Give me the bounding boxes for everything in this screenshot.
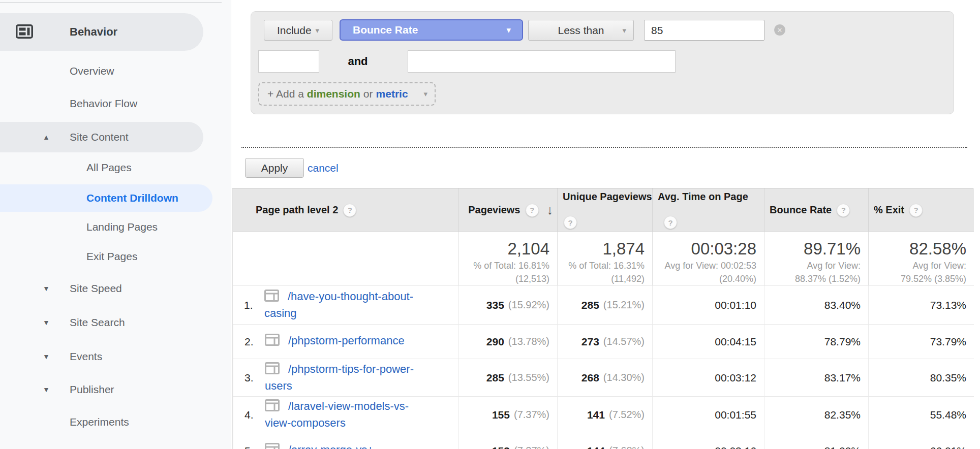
row-number: 3. — [244, 372, 265, 384]
sidebar-item-site-speed[interactable]: ▼ Site Speed — [0, 276, 231, 301]
cell-percent-exit: 80.35% — [868, 359, 974, 396]
sidebar-item-all-pages[interactable]: All Pages — [0, 155, 231, 180]
filter-empty-slot-right[interactable] — [408, 50, 676, 73]
sidebar-item-landing-pages[interactable]: Landing Pages — [0, 215, 231, 239]
cancel-link[interactable]: cancel — [308, 158, 339, 178]
add-prefix-label: + Add a — [267, 88, 304, 100]
clear-filter-icon[interactable]: ✕ — [774, 24, 785, 36]
pageviews-value: 285 — [486, 372, 504, 384]
report-sidebar: Behavior Overview Behavior Flow ▲ Site C… — [0, 0, 231, 449]
summary-cell-empty — [233, 232, 458, 285]
page-path-link[interactable]: /laravel-view-models-vs-view-composers — [265, 400, 409, 429]
clear-x-glyph: ✕ — [777, 26, 783, 34]
cell-bounce-rate: 83.40% — [764, 285, 868, 324]
row-number: 2. — [244, 336, 265, 348]
dotted-separator — [241, 147, 967, 148]
cell-bounce-rate: 82.35% — [764, 396, 868, 433]
summary-subline: % of Total: 16.31% — [558, 259, 645, 272]
pageviews-value: 335 — [486, 299, 504, 311]
sort-descending-icon[interactable]: ↓ — [547, 203, 554, 217]
column-header-label: Pageviews — [468, 204, 520, 216]
sidebar-item-label: Site Content — [70, 131, 129, 143]
filter-metric-dropdown[interactable]: Bounce Rate ▾ — [340, 19, 523, 41]
summary-value: 82.58% — [869, 239, 966, 259]
sidebar-item-content-drilldown[interactable]: Content Drilldown — [0, 184, 212, 212]
sidebar-item-site-content[interactable]: ▲ Site Content — [0, 122, 203, 152]
add-dimension-or-metric-button[interactable]: + Add a dimension or metric ▾ — [258, 82, 436, 106]
sidebar-item-site-search[interactable]: ▼ Site Search — [0, 310, 231, 335]
pageviews-value: 155 — [492, 409, 510, 421]
add-dimension-word: dimension — [307, 88, 360, 100]
sidebar-item-label: Experiments — [70, 416, 129, 428]
add-metric-word: metric — [376, 88, 408, 100]
sidebar-item-behavior-flow[interactable]: Behavior Flow — [0, 91, 231, 116]
expand-triangle-icon[interactable]: ▼ — [43, 352, 50, 361]
column-header-percent-exit[interactable]: % Exit ? — [868, 188, 974, 232]
page-path-link[interactable]: /array-merge-vs+ — [288, 443, 374, 449]
cell-unique-pageviews: 273(14.57%) — [557, 324, 652, 359]
sidebar-item-experiments[interactable]: Experiments — [0, 410, 231, 434]
summary-value: 00:03:28 — [653, 239, 756, 259]
help-icon[interactable]: ? — [343, 204, 356, 217]
column-header-bounce-rate[interactable]: Bounce Rate ? — [764, 188, 868, 232]
sidebar-item-exit-pages[interactable]: Exit Pages — [0, 244, 231, 269]
help-icon[interactable]: ? — [526, 204, 539, 217]
sidebar-item-label: Overview — [70, 65, 114, 77]
expand-triangle-icon[interactable]: ▼ — [43, 318, 50, 327]
unique-value: 285 — [581, 299, 599, 311]
summary-subline: Avg for View: — [869, 259, 966, 272]
help-icon[interactable]: ? — [664, 216, 677, 229]
unique-percent: (15.21%) — [603, 299, 645, 311]
apply-button[interactable]: Apply — [245, 158, 304, 178]
column-header-unique-pageviews[interactable]: Unique Pageviews ? — [557, 188, 652, 232]
filter-operator-dropdown[interactable]: Less than ▾ — [528, 20, 634, 41]
pageviews-percent: (13.55%) — [508, 372, 549, 383]
cell-unique-pageviews: 268(14.30%) — [557, 359, 652, 396]
summary-subline: (11,492) — [558, 272, 645, 285]
pageviews-value: 153 — [492, 445, 510, 449]
table-row-path: 1. /have-you-thought-about-casing — [233, 285, 458, 324]
sidebar-item-overview[interactable]: Overview — [0, 59, 231, 83]
page-path-link[interactable]: /phpstorm-tips-for-power-users — [265, 363, 414, 392]
summary-cell-avg-time: 00:03:28 Avg for View: 00:02:53 (20.40%) — [652, 232, 764, 285]
pageviews-percent: (7.37%) — [514, 409, 549, 421]
pageviews-value: 290 — [486, 336, 504, 348]
include-dropdown-label: Include — [277, 24, 312, 37]
summary-cell-unique-pageviews: 1,874 % of Total: 16.31% (11,492) — [557, 232, 652, 285]
collapse-triangle-icon[interactable]: ▲ — [43, 133, 50, 141]
page-layout-icon — [265, 399, 280, 415]
cell-pageviews: 155(7.37%) — [458, 396, 557, 433]
summary-value: 89.71% — [764, 239, 861, 259]
page-path-link[interactable]: /phpstorm-performance — [288, 334, 405, 347]
sidebar-section-behavior[interactable]: Behavior — [0, 13, 203, 51]
sidebar-item-label: Site Search — [70, 316, 125, 329]
help-icon[interactable]: ? — [909, 204, 923, 217]
add-or-word: or — [363, 88, 373, 100]
page-path-link[interactable]: /have-you-thought-about-casing — [264, 290, 413, 319]
unique-value: 141 — [587, 409, 605, 421]
sidebar-item-publisher[interactable]: ▼ Publisher — [0, 377, 231, 402]
include-exclude-dropdown[interactable]: Include ▾ — [264, 20, 332, 41]
sidebar-section-divider — [0, 2, 222, 3]
unique-percent: (7.52%) — [609, 409, 645, 421]
column-header-avg-time[interactable]: Avg. Time on Page ? — [652, 188, 764, 232]
column-header-pageviews[interactable]: Pageviews ? ↓ — [458, 188, 557, 232]
expand-triangle-icon[interactable]: ▼ — [43, 284, 50, 293]
unique-percent: (7.68%) — [609, 445, 645, 449]
column-header-label: Unique Pageviews — [563, 191, 652, 203]
cell-pageviews: 335(15.92%) — [458, 285, 557, 324]
expand-triangle-icon[interactable]: ▼ — [43, 386, 50, 394]
summary-value: 2,104 — [459, 239, 549, 259]
filter-empty-slot-left[interactable] — [258, 50, 319, 73]
cell-percent-exit: 73.79% — [868, 324, 974, 359]
summary-cell-bounce-rate: 89.71% Avg for View: 88.37% (1.52%) — [764, 232, 868, 285]
cell-avg-time: 00:04:15 — [652, 324, 764, 359]
cell-unique-pageviews: 144(7.68%) — [557, 433, 652, 449]
help-icon[interactable]: ? — [564, 216, 577, 229]
summary-cell-pageviews: 2,104 % of Total: 16.81% (12,513) — [458, 232, 557, 285]
column-header-page-path[interactable]: Page path level 2 ? — [233, 188, 458, 232]
help-icon[interactable]: ? — [837, 204, 850, 217]
filter-value-input[interactable] — [644, 20, 764, 41]
sidebar-item-events[interactable]: ▼ Events — [0, 344, 231, 369]
report-content: Include ▾ Bounce Rate ▾ Less than ▾ ✕ an… — [231, 0, 980, 449]
